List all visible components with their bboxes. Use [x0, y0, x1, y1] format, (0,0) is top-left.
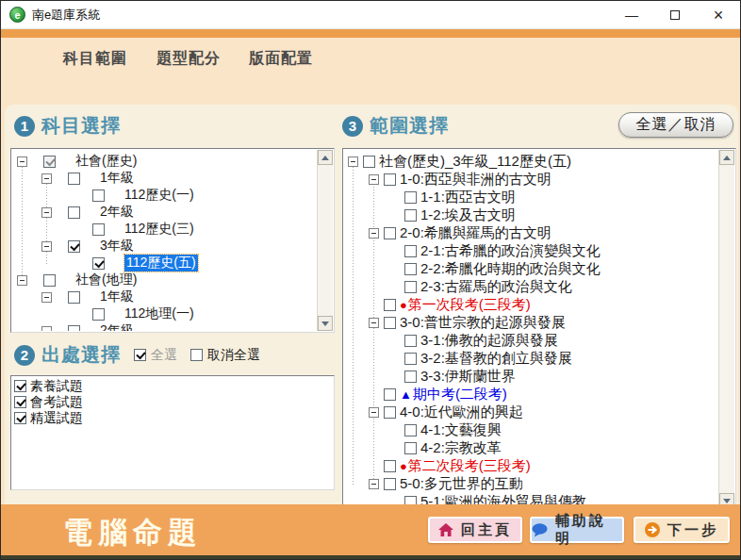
tree-item[interactable]: 4-2:宗教改革	[344, 439, 718, 457]
scroll-down-button[interactable]	[318, 316, 333, 331]
tree-checkbox[interactable]	[384, 460, 396, 472]
tree-item[interactable]: 社會(地理)	[12, 272, 317, 288]
range-tree-scrollbar[interactable]	[718, 150, 734, 508]
expander-minus-icon[interactable]	[41, 207, 52, 218]
tree-item[interactable]: 3-0:普世宗教的起源與發展	[344, 314, 718, 332]
maximize-button[interactable]	[653, 1, 697, 29]
tree-item[interactable]: 3-3:伊斯蘭世界	[344, 368, 718, 386]
accent-stripe	[1, 29, 740, 38]
tree-checkbox[interactable]	[404, 191, 417, 204]
tree-checkbox[interactable]	[404, 209, 417, 222]
select-all-toggle-button[interactable]: 全選／取消	[618, 112, 733, 138]
tree-checkbox[interactable]	[404, 263, 417, 275]
tree-checkbox[interactable]	[92, 308, 105, 321]
source-list-item[interactable]: 素養試題	[11, 378, 334, 394]
close-button[interactable]: ×	[697, 1, 740, 29]
tree-checkbox[interactable]	[68, 325, 80, 332]
tree-checkbox[interactable]	[404, 371, 417, 383]
expander-minus-icon[interactable]	[41, 292, 52, 303]
tree-checkbox[interactable]	[404, 424, 417, 436]
tree-checkbox[interactable]	[384, 406, 396, 419]
tree-item-label: 1-1:西亞古文明	[420, 189, 516, 206]
tree-item[interactable]: 3-2:基督教的創立與發展	[344, 350, 718, 368]
tree-item[interactable]: 112歷史(五)	[12, 255, 317, 272]
tree-item[interactable]: 3-1:佛教的起源與發展	[344, 332, 718, 350]
select-all-checkbox[interactable]	[134, 349, 146, 361]
tree-item[interactable]: 112歷史(一)	[12, 187, 317, 204]
tree-checkbox[interactable]	[404, 442, 417, 454]
tree-checkbox[interactable]	[92, 189, 105, 202]
tree-item[interactable]: 社會(歷史)_3年級_112歷史(五)	[344, 153, 718, 171]
home-icon	[438, 523, 453, 537]
tree-item[interactable]: 2年級	[12, 204, 317, 221]
help-button[interactable]: 輔助說明	[530, 517, 624, 543]
tree-checkbox[interactable]	[404, 335, 417, 347]
tree-checkbox[interactable]	[384, 299, 396, 311]
tree-item-label: 第二次段考(三段考)	[408, 457, 531, 475]
tree-item[interactable]: 2-0:希臘與羅馬的古文明	[344, 224, 718, 242]
tree-item[interactable]: 2年級	[12, 322, 317, 331]
scroll-up-button[interactable]	[719, 150, 734, 165]
tree-item[interactable]: 112歷史(三)	[12, 221, 317, 238]
tree-checkbox[interactable]	[68, 173, 80, 185]
tree-checkbox[interactable]	[363, 156, 375, 168]
expander-minus-icon[interactable]	[17, 275, 27, 286]
expander-minus-icon[interactable]	[369, 174, 379, 185]
tree-item[interactable]: ▲期中考(二段考)	[344, 386, 718, 404]
tree-checkbox[interactable]	[68, 291, 80, 304]
tree-checkbox[interactable]	[404, 245, 417, 257]
tree-checkbox[interactable]	[43, 274, 56, 287]
tree-checkbox[interactable]	[384, 173, 396, 186]
tree-checkbox[interactable]	[404, 353, 417, 365]
tree-checkbox[interactable]	[68, 240, 80, 253]
tree-item[interactable]: 1-1:西亞古文明	[344, 189, 718, 206]
scroll-up-button[interactable]	[318, 150, 333, 165]
tree-item[interactable]: 2-3:古羅馬的政治與文化	[344, 278, 718, 296]
tree-item[interactable]: 112地理(一)	[12, 305, 317, 322]
source-list-item[interactable]: 會考試題	[11, 394, 334, 410]
expander-minus-icon[interactable]	[369, 407, 379, 418]
expander-minus-icon[interactable]	[369, 318, 379, 328]
subject-tree-scrollbar[interactable]	[317, 150, 333, 331]
tree-checkbox[interactable]	[68, 206, 80, 219]
expander-minus-icon[interactable]	[41, 173, 52, 184]
tree-item[interactable]: 社會(歷史)	[12, 153, 317, 170]
deselect-all-checkbox-group[interactable]: 取消全選	[190, 347, 260, 364]
expander-minus-icon[interactable]	[41, 326, 52, 332]
expander-minus-icon[interactable]	[369, 479, 379, 489]
expander-minus-icon[interactable]	[17, 156, 27, 167]
tree-checkbox[interactable]	[384, 317, 396, 329]
tree-item[interactable]: 1-2:埃及古文明	[344, 206, 718, 224]
expander-minus-icon[interactable]	[41, 241, 52, 252]
tree-item[interactable]: 1-0:西亞與非洲的古文明	[344, 171, 718, 189]
next-step-button[interactable]: 下一步	[634, 517, 730, 543]
tree-checkbox[interactable]	[384, 388, 396, 401]
source-item-checkbox[interactable]	[14, 412, 26, 424]
expander-minus-icon[interactable]	[348, 156, 358, 167]
home-button[interactable]: 回主頁	[428, 517, 522, 543]
source-item-checkbox[interactable]	[14, 380, 26, 392]
tree-checkbox[interactable]	[92, 257, 105, 270]
section-number-2: 2	[14, 345, 35, 366]
tree-item[interactable]: 1年級	[12, 288, 317, 305]
expander-minus-icon[interactable]	[369, 228, 379, 239]
tree-item[interactable]: 2-1:古希臘的政治演變與文化	[344, 242, 718, 260]
tree-checkbox[interactable]	[92, 223, 105, 236]
tree-item[interactable]: 4-0:近代歐洲的興起	[344, 404, 718, 421]
tree-checkbox[interactable]	[384, 478, 396, 490]
tree-checkbox[interactable]	[43, 156, 56, 168]
tree-item[interactable]: ●第一次段考(三段考)	[344, 296, 718, 314]
select-all-checkbox-group[interactable]: 全選	[134, 347, 177, 364]
source-list-item[interactable]: 精選試題	[11, 410, 334, 426]
tree-item[interactable]: ●第二次段考(三段考)	[344, 457, 718, 475]
source-item-checkbox[interactable]	[14, 396, 26, 408]
tree-item[interactable]: 5-0:多元世界的互動	[344, 475, 718, 493]
deselect-all-checkbox[interactable]	[190, 349, 203, 361]
tree-checkbox[interactable]	[404, 281, 417, 293]
minimize-button[interactable]: —	[610, 1, 653, 29]
tree-item[interactable]: 1年級	[12, 170, 317, 187]
tree-item[interactable]: 4-1:文藝復興	[344, 421, 718, 439]
tree-checkbox[interactable]	[384, 227, 396, 239]
tree-item[interactable]: 3年級	[12, 238, 317, 255]
tree-item[interactable]: 2-2:希臘化時期的政治與文化	[344, 260, 718, 278]
